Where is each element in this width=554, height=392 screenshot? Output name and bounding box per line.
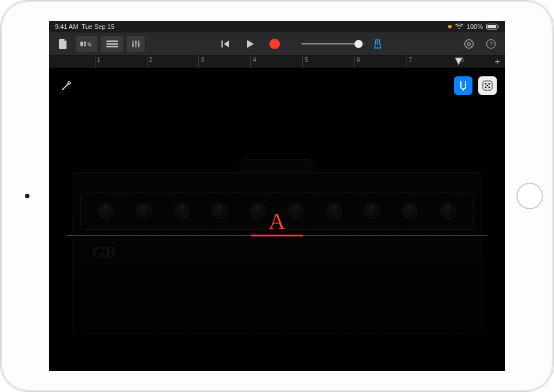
bar-label: 6: [357, 57, 360, 63]
record-icon: [269, 39, 280, 49]
browser-view-button[interactable]: [76, 36, 98, 52]
metronome-button[interactable]: [368, 36, 387, 52]
add-section-button[interactable]: +: [492, 57, 503, 67]
svg-point-10: [132, 44, 134, 46]
amp-logo: GB: [92, 242, 115, 262]
bar-label: 7: [409, 57, 412, 63]
svg-point-11: [135, 41, 137, 43]
svg-rect-1: [487, 25, 496, 28]
svg-point-12: [138, 43, 140, 46]
amp-handle: [239, 159, 315, 172]
status-bar: 9:41 AM Tue Sep 15 100%: [49, 21, 505, 32]
home-button[interactable]: [516, 183, 543, 209]
wifi-icon: [455, 24, 463, 29]
battery-percent: 100%: [467, 23, 483, 30]
view-toggle: [76, 36, 123, 52]
svg-rect-5: [84, 45, 86, 46]
stompbox-button[interactable]: [478, 76, 497, 95]
svg-rect-8: [106, 43, 118, 45]
tuner-button[interactable]: [454, 76, 472, 95]
bar-label: 2: [149, 57, 153, 63]
tuner-display: A: [67, 205, 487, 240]
controls-group: [127, 36, 145, 52]
svg-text:?: ?: [489, 40, 493, 47]
record-button[interactable]: [267, 36, 283, 52]
svg-point-14: [468, 42, 471, 45]
my-songs-button[interactable]: [54, 36, 72, 52]
svg-point-20: [485, 83, 487, 85]
svg-rect-3: [80, 42, 83, 46]
tuner-baseline: [67, 235, 487, 235]
master-volume-slider[interactable]: [301, 43, 365, 45]
svg-rect-9: [106, 46, 118, 47]
top-toolbar: ?: [49, 32, 505, 56]
svg-point-24: [487, 85, 489, 87]
bar-label: 5: [305, 57, 308, 63]
play-button[interactable]: [242, 36, 258, 52]
svg-point-22: [485, 87, 487, 88]
svg-point-21: [489, 83, 490, 85]
ipad-device-frame: 9:41 AM Tue Sep 15 100%: [0, 0, 554, 392]
front-camera: [25, 194, 29, 198]
svg-point-23: [489, 87, 490, 88]
playhead[interactable]: [454, 57, 463, 66]
workspace: GB A: [49, 68, 505, 371]
rewind-button[interactable]: [218, 36, 234, 52]
tuner-pitch-indicator: [251, 234, 303, 236]
transport-controls: [218, 36, 283, 52]
bar-label: 4: [253, 57, 256, 63]
screen: 9:41 AM Tue Sep 15 100%: [49, 21, 505, 371]
timeline-ruler[interactable]: 1 2 3 4 5 6 7 8 +: [49, 56, 505, 68]
status-time: 9:41 AM: [55, 23, 78, 30]
amp-silhouette: GB: [72, 172, 482, 334]
settings-button[interactable]: [460, 36, 478, 52]
svg-rect-4: [84, 42, 86, 44]
svg-point-6: [88, 43, 90, 45]
battery-icon: [486, 24, 499, 29]
volume-thumb[interactable]: [354, 40, 363, 48]
tuner-note: A: [269, 209, 286, 232]
help-button[interactable]: ?: [482, 36, 500, 52]
mic-in-use-dot: [448, 25, 452, 28]
bar-label: 3: [201, 57, 204, 63]
svg-point-13: [465, 39, 474, 48]
status-date: Tue Sep 15: [82, 23, 114, 30]
svg-point-18: [62, 89, 63, 90]
svg-rect-2: [498, 25, 499, 28]
bar-label: 1: [97, 57, 101, 63]
svg-rect-7: [106, 40, 118, 42]
track-controls-button[interactable]: [127, 36, 145, 52]
input-monitor-button[interactable]: [57, 76, 76, 95]
tracks-view-button[interactable]: [101, 36, 123, 52]
